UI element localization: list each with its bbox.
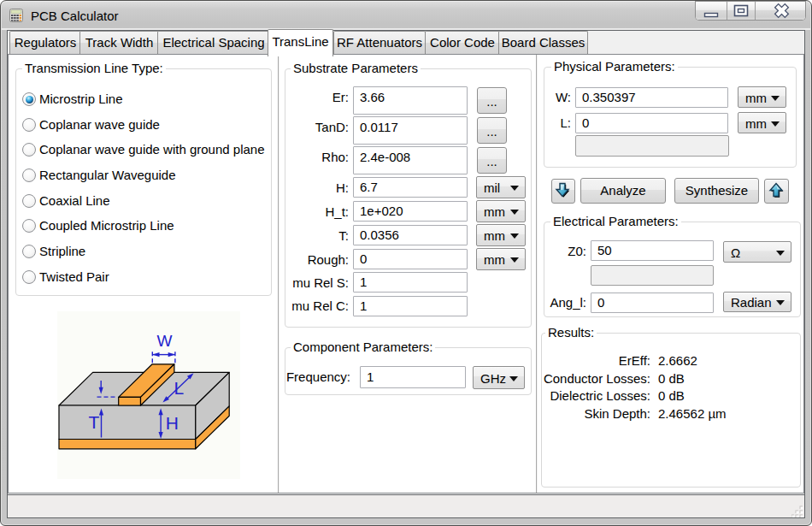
svg-text:T: T <box>89 412 100 432</box>
svg-text:L: L <box>174 378 185 398</box>
svg-text:W: W <box>157 332 173 350</box>
svg-text:H: H <box>166 413 179 433</box>
